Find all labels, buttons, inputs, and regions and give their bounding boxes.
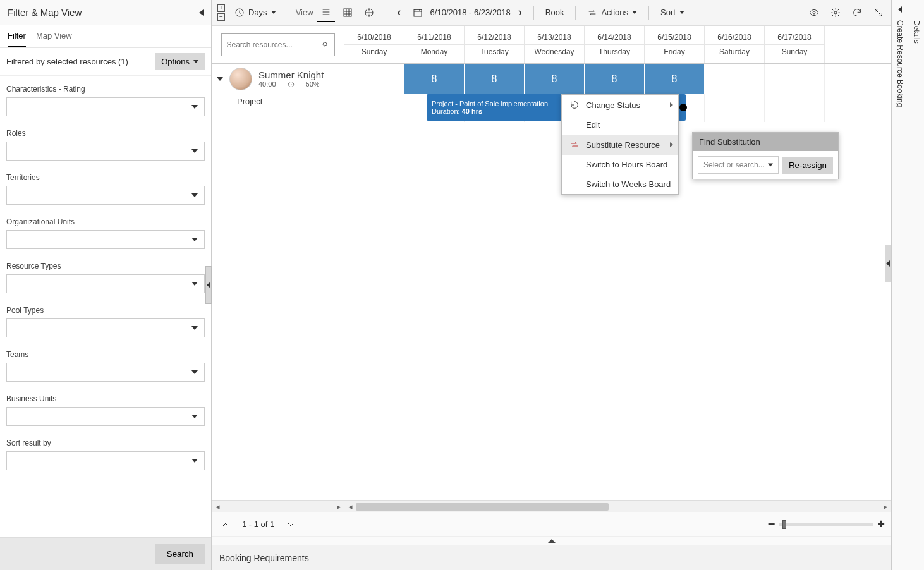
menu-switch-hours[interactable]: Switch to Hours Board bbox=[562, 155, 678, 174]
bar-handle-icon[interactable] bbox=[679, 104, 687, 111]
zoom-control: − + bbox=[768, 517, 885, 531]
filter-label: Pool Types bbox=[6, 306, 205, 315]
hours-cell[interactable]: 8 bbox=[585, 64, 645, 94]
details-rail[interactable]: Details bbox=[908, 0, 924, 570]
hscroll-resources[interactable]: ◂ ▸ bbox=[212, 500, 344, 512]
date-prev-button[interactable]: ‹ bbox=[394, 2, 405, 23]
visibility-button[interactable] bbox=[805, 4, 823, 21]
zoom-out-button[interactable]: − bbox=[768, 517, 775, 531]
actions-button[interactable]: Actions bbox=[583, 5, 641, 20]
filter-select-territories[interactable] bbox=[6, 186, 205, 205]
sort-label: Sort bbox=[660, 8, 676, 17]
right-collapse-handle[interactable] bbox=[885, 245, 891, 282]
filter-select-characteristics[interactable] bbox=[6, 97, 205, 116]
settings-button[interactable] bbox=[827, 4, 844, 21]
svg-point-4 bbox=[813, 11, 815, 14]
filter-label: Resource Types bbox=[6, 262, 205, 270]
tab-map-view[interactable]: Map View bbox=[36, 25, 72, 47]
options-button[interactable]: Options bbox=[155, 53, 205, 70]
menu-edit[interactable]: Edit bbox=[562, 115, 678, 135]
collapse-left-icon[interactable] bbox=[199, 9, 204, 16]
hours-cell[interactable]: 8 bbox=[404, 64, 465, 94]
filter-select-org-units[interactable] bbox=[6, 230, 205, 249]
zoom-slider[interactable] bbox=[779, 523, 873, 526]
menu-switch-weeks[interactable]: Switch to Weeks Board bbox=[562, 174, 678, 194]
date: 6/11/2018 bbox=[417, 33, 451, 42]
search-resources-input[interactable] bbox=[221, 33, 335, 56]
substitution-combo[interactable]: Select or search... bbox=[698, 156, 779, 174]
sort-button[interactable]: Sort bbox=[657, 5, 688, 20]
hours-row: 8 8 8 8 8 bbox=[344, 64, 891, 94]
view-grid-button[interactable] bbox=[339, 4, 356, 21]
resource-row[interactable]: Summer Knight 40:00 50% bbox=[212, 64, 344, 94]
scroll-thumb[interactable] bbox=[356, 503, 609, 511]
create-booking-rail[interactable]: Create Resource Booking bbox=[891, 0, 908, 570]
pager-next[interactable] bbox=[283, 517, 298, 532]
date: 6/12/2018 bbox=[477, 33, 511, 42]
refresh-button[interactable] bbox=[848, 4, 866, 21]
reassign-button[interactable]: Re-assign bbox=[782, 157, 833, 174]
menu-substitute-resource[interactable]: Substitute Resource bbox=[562, 135, 678, 155]
expand-collapse-stack[interactable]: + − bbox=[216, 3, 227, 23]
search-button[interactable]: Search bbox=[155, 544, 205, 564]
date-next-button[interactable]: › bbox=[514, 2, 526, 23]
status-icon bbox=[569, 100, 580, 110]
filter-label: Organizational Units bbox=[6, 217, 205, 226]
hscroll-grid[interactable]: ◂ ▸ bbox=[344, 500, 891, 512]
filter-select-business-units[interactable] bbox=[6, 407, 205, 426]
pager-prev[interactable] bbox=[218, 517, 233, 532]
chevron-left-icon bbox=[886, 260, 890, 267]
globe-icon bbox=[364, 8, 374, 18]
menu-change-status[interactable]: Change Status bbox=[562, 95, 678, 115]
chevron-left-icon bbox=[898, 6, 902, 13]
fullscreen-button[interactable] bbox=[870, 4, 887, 21]
scroll-right-icon[interactable]: ▸ bbox=[333, 501, 344, 512]
date: 6/13/2018 bbox=[537, 33, 571, 42]
resource-meta: 40:00 50% bbox=[258, 80, 324, 88]
filter-select-sort-result[interactable] bbox=[6, 451, 205, 470]
scroll-left-icon[interactable]: ◂ bbox=[212, 501, 223, 512]
scroll-right-icon[interactable]: ▸ bbox=[880, 501, 891, 512]
actions-label: Actions bbox=[601, 8, 628, 17]
hours-cell[interactable] bbox=[344, 64, 404, 94]
options-label: Options bbox=[161, 57, 190, 66]
tab-filter[interactable]: Filter bbox=[8, 25, 26, 47]
left-collapse-handle[interactable] bbox=[205, 266, 212, 304]
booking-requirements-bar[interactable]: Booking Requirements bbox=[212, 545, 891, 570]
list-icon bbox=[321, 7, 331, 17]
calendar-icon bbox=[413, 8, 423, 18]
hours-cell[interactable] bbox=[765, 64, 825, 94]
chevron-down-icon bbox=[286, 519, 296, 530]
days-label: Days bbox=[248, 8, 267, 17]
filter-header: Filter & Map View bbox=[0, 0, 211, 25]
filter-select-roles[interactable] bbox=[6, 142, 205, 161]
hours-cell[interactable]: 8 bbox=[525, 64, 585, 94]
date-header: 6/10/2018Sunday 6/11/2018Monday 6/12/201… bbox=[344, 26, 891, 64]
filter-label: Territories bbox=[6, 173, 205, 182]
zoom-handle[interactable] bbox=[782, 520, 786, 529]
expand-resource-icon[interactable] bbox=[217, 77, 223, 81]
bottom-expand-handle[interactable] bbox=[212, 536, 891, 545]
time-scale-days[interactable]: Days bbox=[231, 5, 280, 20]
book-button[interactable]: Book bbox=[542, 5, 568, 20]
zoom-in-button[interactable]: + bbox=[877, 517, 885, 531]
search-input-field[interactable] bbox=[227, 40, 322, 49]
filter-select-resource-types[interactable] bbox=[6, 274, 205, 293]
eye-icon bbox=[809, 8, 819, 18]
filter-select-pool-types[interactable] bbox=[6, 318, 205, 337]
hours-cell[interactable] bbox=[705, 64, 765, 94]
filter-select-teams[interactable] bbox=[6, 363, 205, 382]
resource-search bbox=[212, 26, 344, 64]
view-globe-button[interactable] bbox=[360, 4, 378, 21]
filter-footer: Search bbox=[0, 537, 211, 570]
view-list-button[interactable] bbox=[317, 3, 335, 22]
calendar-button[interactable] bbox=[409, 4, 427, 21]
hours-cell[interactable]: 8 bbox=[645, 64, 705, 94]
filter-title: Filter & Map View bbox=[8, 7, 82, 18]
scroll-left-icon[interactable]: ◂ bbox=[344, 501, 356, 512]
caret-down-icon bbox=[193, 60, 198, 63]
filter-tabs: Filter Map View bbox=[0, 25, 211, 48]
svg-rect-3 bbox=[414, 9, 422, 16]
hours-cell[interactable]: 8 bbox=[465, 64, 525, 94]
caret-down-icon bbox=[632, 11, 637, 14]
